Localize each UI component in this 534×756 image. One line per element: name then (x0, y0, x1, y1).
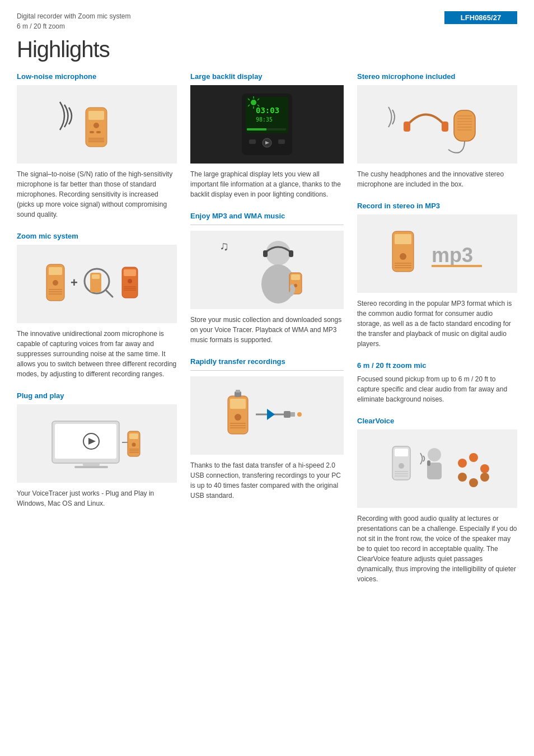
clearvoice-illustration (381, 438, 493, 500)
feature-clearvoice: ClearVoice (357, 417, 517, 584)
svg-text:mp3: mp3 (432, 244, 473, 267)
feature-zoom-6m: 6 m / 20 ft zoom mic Focused sound picku… (357, 361, 517, 404)
feature-plug-play: Plug and play (17, 391, 177, 508)
svg-point-10 (53, 280, 58, 286)
zoom-mic-illustration: + (41, 250, 153, 318)
svg-rect-76 (454, 110, 475, 141)
mp3-illustration: ♫ (211, 234, 323, 306)
svg-point-93 (399, 463, 404, 469)
feature-stereo-mic-text: The cushy headphones and the innovative … (357, 169, 517, 189)
page-title: Highlights (17, 37, 517, 62)
svg-rect-99 (427, 460, 430, 466)
feature-enjoy-mp3-title: Enjoy MP3 and WMA music (190, 212, 344, 220)
feature-record-stereo: Record in stereo in MP3 mp3 (357, 202, 517, 349)
svg-text:♫: ♫ (219, 239, 229, 253)
svg-text:+: + (71, 276, 78, 290)
feature-large-display-image: 03:03 98:35 (190, 85, 344, 164)
feature-plug-play-image (17, 404, 177, 483)
svg-marker-70 (267, 409, 275, 420)
svg-rect-72 (291, 412, 295, 417)
page: Digital recorder with Zoom mic system 6 … (0, 0, 534, 608)
svg-point-39 (251, 100, 256, 105)
svg-rect-9 (49, 267, 62, 275)
feature-rapidly-transfer-text: Thanks to the fast data transfer of a hi… (190, 460, 344, 501)
usb-illustration (211, 382, 323, 449)
feature-plug-play-text: Your VoiceTracer just works - Plug and P… (17, 488, 177, 508)
feature-low-noise-text: The signal–to-noise (S/N) ratio of the h… (17, 169, 177, 220)
svg-point-64 (235, 414, 241, 421)
svg-rect-1 (88, 111, 104, 120)
svg-rect-30 (74, 466, 108, 468)
svg-rect-90 (432, 265, 482, 267)
feature-enjoy-mp3-text: Store your music collection and download… (190, 315, 344, 345)
divider-rapidly-transfer (190, 370, 344, 371)
content-grid: Low-noise microphone (17, 72, 517, 596)
feature-stereo-mic: Stereo microphone included (357, 72, 517, 189)
feature-stereo-mic-image (357, 85, 517, 164)
svg-rect-71 (284, 411, 291, 418)
feature-clearvoice-title: ClearVoice (357, 417, 517, 425)
svg-rect-69 (236, 390, 240, 393)
feature-clearvoice-text: Recording with good audio quality at lec… (357, 514, 517, 584)
left-column: Low-noise microphone (17, 72, 184, 596)
svg-rect-18 (92, 274, 100, 279)
feature-stereo-mic-title: Stereo microphone included (357, 72, 517, 81)
feature-enjoy-mp3: Enjoy MP3 and WMA music ♫ (190, 212, 344, 345)
svg-point-21 (128, 279, 132, 283)
feature-large-display-text: The large graphical display lets you vie… (190, 169, 344, 199)
svg-rect-20 (124, 269, 136, 276)
svg-point-102 (480, 464, 489, 473)
feature-zoom-6m-text: Focused sound pickup from up to 6 m / 20… (357, 374, 517, 404)
svg-rect-32 (129, 433, 138, 439)
svg-point-2 (93, 123, 99, 128)
svg-rect-49 (247, 128, 266, 130)
svg-rect-26 (55, 424, 116, 459)
svg-rect-29 (83, 463, 100, 466)
svg-text:03:03: 03:03 (256, 106, 279, 115)
svg-rect-74 (404, 122, 410, 132)
svg-line-16 (106, 290, 113, 297)
middle-column: Large backlit display (184, 72, 350, 596)
display-illustration: 03:03 98:35 (211, 88, 323, 161)
right-column: Stereo microphone included (350, 72, 517, 596)
feature-record-stereo-title: Record in stereo in MP3 (357, 202, 517, 210)
feature-plug-play-title: Plug and play (17, 391, 177, 400)
feature-zoom-mic-image: + (17, 245, 177, 323)
svg-point-85 (400, 253, 406, 260)
feature-low-noise-image (17, 85, 177, 164)
feature-zoom-mic-text: The innovative unidirectional zoom micro… (17, 329, 177, 379)
feature-rapidly-transfer-image (190, 376, 344, 455)
feature-large-display: Large backlit display (190, 72, 344, 199)
feature-zoom-6m-title: 6 m / 20 ft zoom mic (357, 361, 517, 370)
svg-rect-84 (395, 234, 411, 244)
feature-zoom-mic: Zoom mic system + (17, 232, 177, 379)
svg-point-97 (428, 448, 441, 461)
feature-enjoy-mp3-image: ♫ (190, 231, 344, 309)
svg-point-101 (469, 453, 478, 462)
svg-point-55 (266, 241, 291, 265)
feature-zoom-mic-title: Zoom mic system (17, 232, 177, 240)
svg-rect-4 (96, 131, 101, 133)
svg-point-100 (458, 459, 467, 468)
svg-text:98:35: 98:35 (256, 116, 273, 123)
mp3-stereo-illustration: mp3 (381, 223, 493, 284)
divider-enjoy-mp3 (190, 225, 344, 225)
feature-record-stereo-text: Stereo recording in the popular MP3 form… (357, 298, 517, 349)
svg-point-104 (469, 478, 478, 487)
svg-rect-60 (291, 274, 300, 280)
feature-rapidly-transfer-title: Rapidly transfer recordings (190, 357, 344, 366)
stereo-mic-illustration (381, 88, 493, 161)
svg-rect-58 (289, 250, 293, 257)
page-header: Digital recorder with Zoom mic system 6 … (17, 11, 517, 31)
svg-point-103 (458, 473, 467, 482)
svg-rect-52 (249, 139, 256, 144)
feature-clearvoice-image (357, 430, 517, 508)
svg-rect-3 (90, 131, 94, 133)
feature-low-noise-title: Low-noise microphone (17, 72, 177, 81)
svg-rect-75 (442, 122, 448, 132)
low-noise-mic-illustration (52, 91, 142, 158)
svg-rect-92 (395, 449, 408, 456)
feature-record-stereo-image: mp3 (357, 214, 517, 293)
plug-play-illustration (41, 410, 153, 477)
svg-rect-63 (230, 399, 246, 409)
